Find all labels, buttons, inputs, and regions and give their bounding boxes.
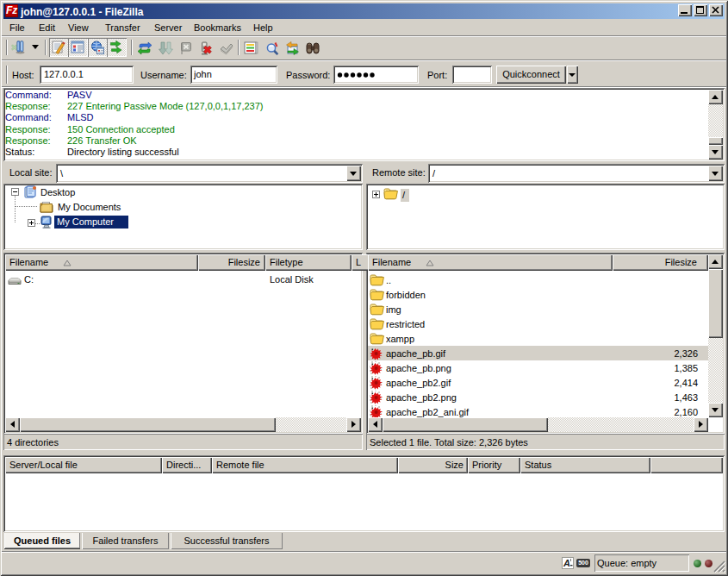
svg-text:A: A (563, 558, 570, 568)
